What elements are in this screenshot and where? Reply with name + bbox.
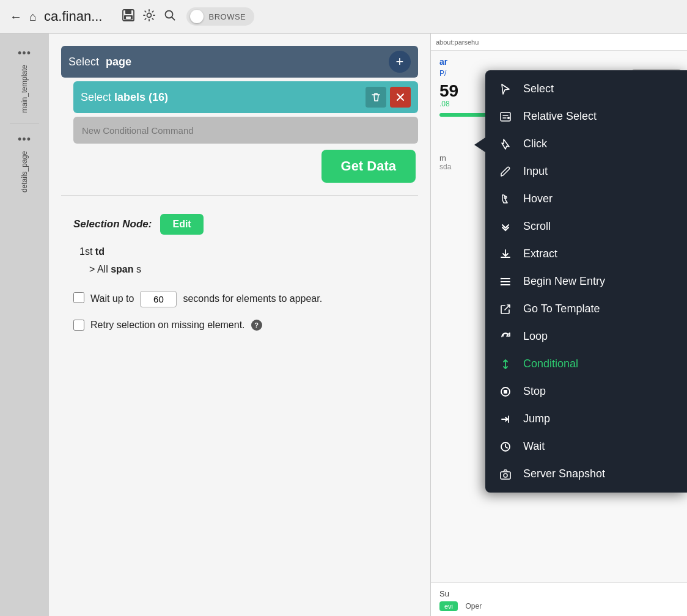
wait-text-before: Wait up to bbox=[90, 291, 134, 307]
menu-begin-new-entry-label: Begin New Entry bbox=[523, 275, 675, 288]
svg-point-4 bbox=[147, 13, 152, 17]
menu-wait-label: Wait bbox=[523, 440, 675, 453]
menu-select-label: Select bbox=[523, 82, 675, 95]
loop-icon bbox=[498, 331, 513, 343]
click-icon bbox=[498, 138, 513, 150]
wait-text-after: seconds for elements to appear. bbox=[183, 291, 322, 307]
settings-icon[interactable] bbox=[142, 9, 156, 25]
browser-link-text: ar bbox=[439, 57, 678, 67]
menu-item-loop[interactable]: Loop bbox=[485, 323, 687, 350]
search-icon[interactable] bbox=[163, 9, 177, 25]
selection-node-section: Selection Node: Edit 1st td > All span s… bbox=[61, 208, 418, 337]
close-command-button[interactable] bbox=[390, 87, 411, 108]
wait-section: Wait up to seconds for elements to appea… bbox=[73, 291, 406, 307]
menu-loop-label: Loop bbox=[523, 330, 675, 343]
back-button[interactable]: ← bbox=[10, 10, 22, 24]
conditional-icon bbox=[498, 358, 513, 370]
menu-item-click[interactable]: Click bbox=[485, 130, 687, 158]
rel-select-icon bbox=[498, 111, 513, 123]
browse-label: BROWSE bbox=[208, 12, 246, 21]
menu-item-extract[interactable]: Extract bbox=[485, 240, 687, 268]
retry-label: Retry selection on missing element. bbox=[90, 320, 245, 331]
menu-item-begin-new-entry[interactable]: Begin New Entry bbox=[485, 268, 687, 295]
menu-extract-label: Extract bbox=[523, 248, 675, 260]
delete-command-button[interactable] bbox=[366, 87, 386, 108]
select-labels-command: Select labels (16) bbox=[73, 81, 418, 113]
menu-item-server-snapshot[interactable]: Server Snapshot bbox=[485, 460, 687, 488]
node-td: td bbox=[95, 246, 105, 257]
browser-url-text: about:parsehu bbox=[436, 38, 479, 46]
menu-item-input[interactable]: Input bbox=[485, 158, 687, 185]
sidebar-item-main-template[interactable]: ••• main_template bbox=[0, 40, 49, 120]
svg-rect-3 bbox=[126, 16, 131, 19]
svg-rect-6 bbox=[501, 112, 510, 121]
svg-rect-1 bbox=[125, 10, 131, 14]
svg-point-9 bbox=[501, 277, 502, 279]
node-tree: 1st td > All span s bbox=[73, 243, 406, 279]
select-labels-count: (16) bbox=[149, 91, 168, 103]
menu-relative-select-label: Relative Select bbox=[523, 110, 675, 123]
wait-seconds-input[interactable] bbox=[140, 291, 177, 307]
menu-go-to-template-label: Go To Template bbox=[523, 302, 675, 315]
selection-node-header: Selection Node: Edit bbox=[73, 214, 406, 235]
wait-icon bbox=[498, 441, 513, 453]
list-icon bbox=[498, 276, 513, 288]
pencil-icon bbox=[498, 166, 513, 178]
sidebar-dots-1: ••• bbox=[18, 47, 31, 60]
add-command-button[interactable]: + bbox=[389, 51, 411, 73]
page-title: ca.finan... bbox=[44, 9, 102, 24]
sidebar-divider bbox=[10, 123, 39, 123]
retry-checkbox[interactable] bbox=[73, 320, 84, 331]
select-page-label: Select page bbox=[68, 56, 389, 68]
new-conditional-label: New Conditional Command bbox=[82, 125, 194, 136]
menu-item-wait[interactable]: Wait bbox=[485, 433, 687, 460]
get-data-row: Get Data bbox=[61, 150, 418, 183]
wait-checkbox[interactable] bbox=[73, 292, 84, 303]
menu-item-jump[interactable]: Jump bbox=[485, 405, 687, 433]
svg-point-11 bbox=[501, 284, 502, 285]
top-bar: ← ⌂ ca.finan... BROWSE bbox=[0, 0, 687, 34]
camera-icon bbox=[498, 468, 513, 480]
menu-item-go-to-template[interactable]: Go To Template bbox=[485, 295, 687, 323]
svg-rect-13 bbox=[504, 390, 507, 394]
toggle-circle bbox=[190, 10, 204, 23]
browse-toggle[interactable]: BROWSE bbox=[186, 7, 254, 26]
context-menu: Select Relative Select Click Input bbox=[485, 70, 687, 493]
right-panel: about:parsehu ar P/ 59 .08 m sda Select bbox=[430, 34, 687, 616]
node-span: span bbox=[111, 264, 133, 274]
menu-item-stop[interactable]: Stop bbox=[485, 378, 687, 405]
select-labels-label: Select labels (16) bbox=[81, 91, 362, 104]
browser-bottom-text: Su bbox=[439, 589, 449, 598]
hover-icon bbox=[498, 193, 513, 205]
main-layout: ••• main_template ••• details_page Selec… bbox=[0, 34, 687, 616]
menu-item-select[interactable]: Select bbox=[485, 75, 687, 103]
menu-jump-label: Jump bbox=[523, 413, 675, 425]
browser-open-text: Oper bbox=[466, 602, 482, 610]
menu-item-scroll[interactable]: Scroll bbox=[485, 213, 687, 240]
select-page-command: Select page + bbox=[61, 46, 418, 78]
selection-node-label: Selection Node: bbox=[73, 218, 152, 230]
extract-icon bbox=[498, 248, 513, 260]
select-labels-value: labels bbox=[114, 91, 145, 103]
save-icon[interactable] bbox=[122, 9, 135, 25]
menu-scroll-label: Scroll bbox=[523, 220, 675, 233]
select-page-value: page bbox=[106, 56, 131, 68]
menu-hover-label: Hover bbox=[523, 193, 675, 205]
menu-item-hover[interactable]: Hover bbox=[485, 185, 687, 213]
get-data-button[interactable]: Get Data bbox=[321, 150, 416, 183]
sidebar-item-details-page[interactable]: ••• details_page bbox=[0, 126, 49, 200]
home-button[interactable]: ⌂ bbox=[29, 10, 37, 24]
external-link-icon bbox=[498, 303, 513, 315]
center-panel: Select page + Select labels (16) New Con… bbox=[49, 34, 430, 616]
browser-bottom-btn[interactable]: evi bbox=[439, 601, 458, 611]
cursor-icon bbox=[498, 83, 513, 95]
jump-icon bbox=[498, 413, 513, 425]
sidebar-label-1: main_template bbox=[20, 65, 29, 113]
menu-item-conditional[interactable]: Conditional bbox=[485, 350, 687, 378]
menu-server-snapshot-label: Server Snapshot bbox=[523, 468, 675, 480]
new-conditional-placeholder[interactable]: New Conditional Command bbox=[73, 117, 418, 144]
edit-button[interactable]: Edit bbox=[160, 214, 203, 235]
svg-point-10 bbox=[501, 280, 502, 282]
help-icon[interactable]: ? bbox=[251, 320, 262, 331]
menu-item-relative-select[interactable]: Relative Select bbox=[485, 103, 687, 130]
